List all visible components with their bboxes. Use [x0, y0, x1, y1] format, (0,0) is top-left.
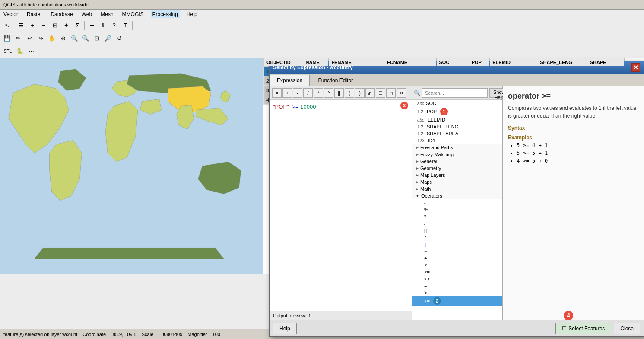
op-item-eq-label: =	[424, 283, 427, 288]
col-header-pop[interactable]: POP	[469, 58, 490, 67]
help-button[interactable]: Help	[273, 323, 297, 334]
tool-undo[interactable]: ↩	[24, 33, 35, 44]
group-fuzzy-arrow: ▶	[416, 152, 419, 157]
tool-zoom-in[interactable]: 🔍	[69, 33, 79, 44]
col-header-shape-leng[interactable]: SHAPE_LENG	[537, 58, 587, 67]
op-concat[interactable]: ||	[334, 88, 344, 98]
expression-code-area[interactable]: "POP" >= 10000 3	[270, 100, 412, 311]
tool-layers[interactable]: ☰	[16, 20, 26, 31]
op-open-paren[interactable]: (	[345, 88, 354, 98]
group-math[interactable]: ▶ Math	[412, 185, 502, 192]
op-multiply[interactable]: *	[314, 88, 323, 98]
field-elemid-type: abc	[417, 118, 424, 122]
tool-measure[interactable]: ⊢	[86, 20, 97, 31]
field-shape-area[interactable]: 1.2 SHAPE_AREA	[412, 130, 502, 137]
tool-sum[interactable]: Σ	[72, 20, 82, 31]
op-item-tilde[interactable]: ~	[412, 248, 502, 255]
status-scale-value: 100901409	[159, 332, 182, 337]
op-equals[interactable]: =	[272, 88, 282, 98]
op-minus[interactable]: -	[293, 88, 302, 98]
tool-zoom-layer[interactable]: ⊡	[92, 33, 102, 44]
tab-expression[interactable]: Expression	[270, 75, 310, 86]
close-button[interactable]: Close	[614, 323, 640, 334]
tool-save[interactable]: 💾	[2, 33, 12, 44]
tool-identify[interactable]: ℹ	[98, 20, 108, 31]
group-files-paths[interactable]: ▶ Files and Paths	[412, 144, 502, 151]
tool-add[interactable]: +	[27, 20, 38, 31]
tool-edit[interactable]: ✏	[13, 33, 23, 44]
field-shape-leng[interactable]: 1.2 SHAPE_LENG	[412, 123, 502, 130]
op-item-lt[interactable]: <	[412, 262, 502, 269]
op-item-gte-label: >=	[424, 298, 430, 304]
menu-web[interactable]: Web	[80, 10, 94, 18]
field-elemid[interactable]: abc ELEMID	[412, 116, 502, 123]
tool-select-arrow[interactable]: ↖	[2, 20, 12, 31]
col-header-fcname[interactable]: FCNAME	[384, 58, 436, 67]
tool-zoom-sel[interactable]: 🔎	[103, 33, 113, 44]
group-general[interactable]: ▶ General	[412, 158, 502, 165]
op-plus[interactable]: +	[282, 88, 292, 98]
op-item-plus[interactable]: +	[412, 255, 502, 262]
col-header-objectid[interactable]: OBJECTID	[264, 58, 303, 67]
op-item-plus-label: +	[424, 256, 427, 261]
dialog-close-button[interactable]: ✕	[631, 63, 640, 72]
op-item-percent[interactable]: %	[412, 206, 502, 213]
tool-stl[interactable]: STL	[2, 46, 14, 57]
field-id1[interactable]: 123 ID1	[412, 137, 502, 144]
group-maps[interactable]: ▶ Maps	[412, 179, 502, 185]
op-item-gt[interactable]: >	[412, 289, 502, 296]
tool-pan[interactable]: ✋	[47, 33, 57, 44]
op-item-neq[interactable]: <>	[412, 275, 502, 282]
op-power[interactable]: ^	[324, 88, 333, 98]
group-fuzzy[interactable]: ▶ Fuzzy Matching	[412, 151, 502, 158]
col-header-elemid[interactable]: ELEMID	[490, 58, 537, 67]
op-item-star[interactable]: *	[412, 213, 502, 220]
op-clear[interactable]: ☐	[376, 88, 385, 98]
field-soc[interactable]: abc SOC	[412, 100, 502, 107]
tool-help2[interactable]: ?	[109, 20, 119, 31]
tool-text[interactable]: T	[120, 20, 130, 31]
menu-processing[interactable]: Processing	[151, 10, 180, 18]
menu-raster[interactable]: Raster	[25, 10, 44, 18]
col-header-fename[interactable]: FENAME	[329, 58, 384, 67]
tool-star[interactable]: ✦	[61, 20, 71, 31]
menu-mmqgis[interactable]: MMQGIS	[121, 10, 146, 18]
op-item-slash[interactable]: /	[412, 220, 502, 227]
menu-database[interactable]: Database	[49, 10, 74, 18]
op-item-caret[interactable]: ^	[412, 234, 502, 241]
op-item-lte[interactable]: <=	[412, 269, 502, 275]
menu-mesh[interactable]: Mesh	[99, 10, 115, 18]
tool-refresh[interactable]: ↺	[114, 33, 124, 44]
menu-vector[interactable]: Vector	[2, 10, 20, 18]
tool-python[interactable]: 🐍	[15, 46, 25, 57]
tool-grid[interactable]: ⊞	[50, 20, 60, 31]
op-item-gte[interactable]: >= 2	[412, 296, 502, 306]
op-item-minus[interactable]: -	[412, 199, 502, 206]
op-divide[interactable]: /	[303, 88, 313, 98]
tool-more[interactable]: ⋯	[26, 46, 36, 57]
tool-remove[interactable]: −	[38, 20, 49, 31]
map-area[interactable]	[0, 58, 263, 274]
col-header-name[interactable]: NAME	[303, 58, 329, 67]
col-header-soc[interactable]: SOC	[436, 58, 469, 67]
op-item-pipes[interactable]: ||	[412, 241, 502, 248]
op-close-paren[interactable]: )	[355, 88, 365, 98]
op-copy[interactable]: ◻	[386, 88, 396, 98]
col-header-shape[interactable]: SHAPE	[587, 58, 624, 67]
tool-zoom-out[interactable]: 🔍	[80, 33, 91, 44]
op-delete[interactable]: ✕	[397, 88, 406, 98]
group-geometry[interactable]: ▶ Geometry	[412, 165, 502, 172]
menu-help[interactable]: Help	[185, 10, 199, 18]
tab-function-editor[interactable]: Function Editor	[311, 75, 360, 86]
group-map-layers[interactable]: ▶ Map Layers	[412, 172, 502, 179]
op-item-star-label: *	[424, 214, 426, 219]
search-input[interactable]	[422, 88, 488, 98]
select-features-button[interactable]: ☐ Select Features	[555, 323, 611, 334]
field-pop[interactable]: 1.2 POP 1	[412, 107, 502, 116]
op-item-eq[interactable]: =	[412, 282, 502, 289]
op-item-brackets[interactable]: []	[412, 227, 502, 234]
tool-redo[interactable]: ↪	[35, 33, 46, 44]
group-operators[interactable]: ▼ Operators	[412, 192, 502, 199]
tool-zoom-extent[interactable]: ⊕	[58, 33, 68, 44]
op-newline[interactable]: \n'	[365, 88, 375, 98]
